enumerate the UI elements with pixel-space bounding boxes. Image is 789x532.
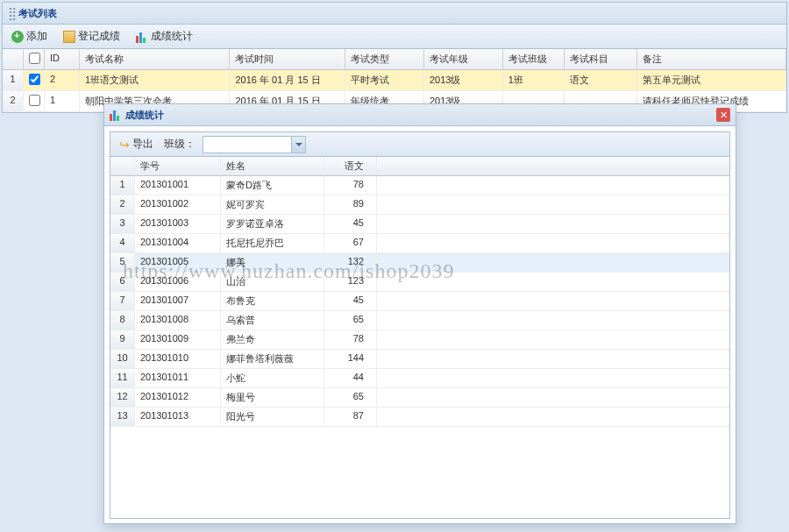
cell-id: 1 [45, 91, 80, 111]
cell-sid: 201301005 [135, 253, 221, 272]
cell-time: 2016 年 01 月 15 日 [230, 70, 345, 90]
stats-grid-header: 学号 姓名 语文 [110, 157, 729, 176]
header-grade[interactable]: 考试年级 [424, 49, 503, 69]
cell-score: 67 [324, 234, 377, 252]
cell-subject: 语文 [565, 70, 638, 90]
row-number: 12 [110, 388, 135, 407]
cell-student-name: 梅里号 [221, 388, 324, 407]
add-icon [11, 31, 24, 43]
cell-score: 65 [324, 388, 377, 407]
header-sid[interactable]: 学号 [135, 157, 221, 175]
chevron-down-icon[interactable] [291, 137, 305, 153]
header-time[interactable]: 考试时间 [230, 49, 345, 69]
cell-score: 44 [324, 369, 377, 387]
header-id[interactable]: ID [45, 49, 80, 69]
cell-student-name: 阳光号 [221, 408, 324, 426]
row-number: 4 [110, 234, 135, 252]
row-number: 5 [110, 253, 135, 272]
cell-student-name: 妮可罗宾 [221, 195, 324, 214]
header-student-name[interactable]: 姓名 [221, 157, 324, 175]
cell-sid: 201301013 [135, 408, 221, 426]
cell-student-name: 托尼托尼乔巴 [221, 234, 324, 252]
row-number: 7 [110, 292, 135, 310]
cell-score: 89 [324, 195, 377, 214]
row-number: 9 [110, 330, 135, 349]
row-number: 2 [3, 91, 24, 111]
cell-name: 1班语文测试 [80, 70, 231, 90]
cell-score: 78 [324, 176, 377, 195]
cell-grade: 2013级 [424, 70, 503, 90]
cell-score: 144 [324, 350, 377, 368]
cell-student-name: 布鲁克 [221, 292, 324, 310]
cell-student-name: 乌索普 [221, 311, 324, 330]
stats-icon [136, 31, 148, 43]
header-name[interactable]: 考试名称 [80, 49, 231, 69]
cell-student-name: 罗罗诺亚卓洛 [221, 215, 324, 233]
header-note[interactable]: 备注 [637, 49, 786, 69]
table-row[interactable]: 2201301002妮可罗宾89 [110, 195, 729, 215]
row-number: 6 [110, 273, 135, 291]
cell-score: 132 [324, 253, 377, 272]
table-row[interactable]: 121班语文测试2016 年 01 月 15 日平时考试2013级1班语文第五单… [3, 70, 786, 91]
add-label: 添加 [26, 29, 47, 44]
add-button[interactable]: 添加 [8, 27, 51, 46]
table-row[interactable]: 4201301004托尼托尼乔巴67 [110, 234, 729, 253]
table-row[interactable]: 8201301008乌索普65 [110, 311, 729, 330]
dialog-header[interactable]: 成绩统计 ✕ [104, 104, 736, 126]
table-row[interactable]: 7201301007布鲁克45 [110, 292, 729, 311]
header-subject[interactable]: 考试科目 [565, 49, 638, 69]
table-row[interactable]: 13201301013阳光号87 [110, 408, 729, 427]
main-toolbar: 添加 登记成绩 成绩统计 [3, 25, 786, 49]
class-input[interactable] [203, 139, 291, 150]
cell-sid: 201301006 [135, 273, 221, 291]
cell-sid: 201301010 [135, 350, 221, 368]
export-label: 导出 [132, 137, 153, 152]
close-button[interactable]: ✕ [716, 108, 730, 122]
stats-icon [110, 109, 122, 121]
table-row[interactable]: 6201301006山治123 [110, 273, 729, 292]
register-icon [63, 31, 75, 43]
export-button[interactable]: ↪ 导出 [116, 135, 157, 153]
table-row[interactable]: 5201301005娜美132 [110, 253, 729, 273]
row-number: 10 [110, 350, 135, 368]
header-checkbox[interactable] [24, 49, 45, 69]
header-score[interactable]: 语文 [324, 157, 377, 175]
table-row[interactable]: 3201301003罗罗诺亚卓洛45 [110, 215, 729, 234]
cell-sid: 201301008 [135, 311, 221, 330]
row-checkbox[interactable] [29, 95, 40, 106]
row-number: 8 [110, 311, 135, 330]
row-checkbox[interactable] [29, 74, 40, 85]
stats-button[interactable]: 成绩统计 [132, 27, 196, 46]
table-row[interactable]: 12201301012梅里号65 [110, 388, 729, 408]
cell-student-name: 娜美 [221, 253, 324, 272]
table-row[interactable]: 9201301009弗兰奇78 [110, 330, 729, 350]
row-number: 1 [3, 70, 24, 90]
row-number: 3 [110, 215, 135, 233]
stats-dialog: 成绩统计 ✕ ↪ 导出 班级： 学号 姓名 语文 1201301001蒙 [103, 103, 736, 524]
select-all-checkbox[interactable] [29, 53, 40, 64]
cell-score: 78 [324, 330, 377, 349]
header-class[interactable]: 考试班级 [503, 49, 565, 69]
header-type[interactable]: 考试类型 [345, 49, 424, 69]
exam-grid-header: ID 考试名称 考试时间 考试类型 考试年级 考试班级 考试科目 备注 [3, 49, 786, 70]
row-number: 2 [110, 195, 135, 214]
register-scores-button[interactable]: 登记成绩 [60, 27, 124, 46]
cell-student-name: 小鮀 [221, 369, 324, 387]
cell-score: 87 [324, 408, 377, 426]
table-row[interactable]: 1201301001蒙奇D路飞78 [110, 176, 729, 195]
row-number: 1 [110, 176, 135, 195]
cell-sid: 201301011 [135, 369, 221, 387]
cell-score: 123 [324, 273, 377, 291]
register-label: 登记成绩 [78, 29, 120, 44]
row-number: 11 [110, 369, 135, 387]
table-row[interactable]: 11201301011小鮀44 [110, 369, 729, 388]
table-row[interactable]: 10201301010娜菲鲁塔利薇薇144 [110, 350, 729, 369]
cell-note: 第五单元测试 [637, 70, 786, 90]
cell-sid: 201301004 [135, 234, 221, 252]
class-combo[interactable] [203, 136, 306, 153]
cell-id: 2 [45, 70, 80, 90]
drag-handle-icon: ⣿ [8, 6, 15, 20]
cell-class: 1班 [503, 70, 565, 90]
cell-score: 45 [324, 292, 377, 310]
cell-sid: 201301009 [135, 330, 221, 349]
